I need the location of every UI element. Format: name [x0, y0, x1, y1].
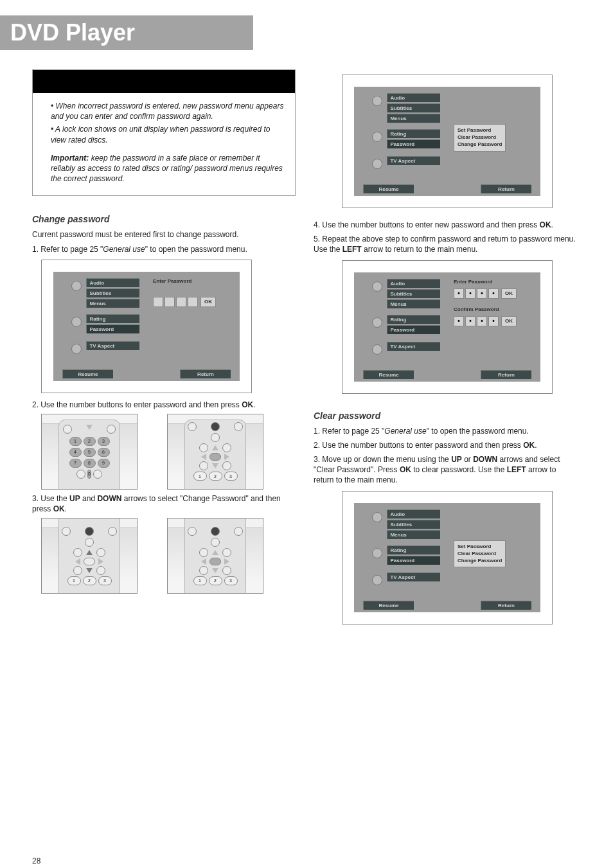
osd-return-btn: Return [180, 369, 231, 378]
language-icon [372, 96, 382, 106]
right-column: Audio Subtitles Menus Rating Password [314, 69, 577, 631]
remote-ok-button [209, 558, 221, 565]
change-password-step3: 3. Use the UP and DOWN arrows to select … [32, 493, 296, 514]
remote-up-arrow [86, 550, 93, 555]
osd-resume-btn: Resume [62, 369, 113, 378]
popup-clear-password: Clear Password [458, 134, 502, 141]
popup-set-password: Set Password [458, 127, 502, 134]
pw-box-filled [454, 316, 464, 326]
remote-arrows-row: 1 2 3 [41, 518, 296, 594]
remote-ok-button [84, 558, 95, 565]
remote-key-2: 2 [84, 437, 96, 446]
page-number: 28 [32, 856, 40, 865]
osd-confirm-password-screenshot: Audio Subtitles Menus Rating Password [342, 260, 553, 394]
osd-password-popup-screenshot: Audio Subtitles Menus Rating Password [342, 75, 553, 208]
pw-box-filled [488, 316, 499, 326]
osd-clear-password-screenshot: Audio Subtitles Menus Rating Password [342, 491, 553, 624]
remote-updown-image: 1 2 3 [41, 518, 138, 594]
clear-password-step3: 3. Move up or down the menu using the UP… [314, 454, 577, 486]
language-icon [372, 512, 382, 522]
pw-box-filled [488, 288, 499, 299]
osd-rating-item: Rating [86, 314, 139, 323]
remote-key-8: 8 [84, 459, 96, 468]
password-options-popup: Set Password Clear Password Change Passw… [454, 124, 506, 152]
lock-icon [372, 548, 382, 558]
remote-key-3: 3 [98, 437, 110, 446]
tv-icon [372, 344, 382, 355]
osd-menus-item: Menus [86, 299, 139, 308]
remote-key-1: 1 [69, 437, 82, 446]
change-password-intro: Current password must be entered first t… [32, 229, 296, 240]
remote-numpad-image: 1 2 3 4 5 6 7 8 9 0 [41, 414, 138, 490]
remote-key-6: 6 [98, 448, 110, 457]
pw-box [164, 297, 175, 307]
chapter-header: DVD Player [0, 15, 253, 50]
pw-box-filled [465, 288, 475, 299]
left-column: • When incorrect password is entered, ne… [32, 69, 296, 631]
remote-key-0: 0 [87, 470, 91, 479]
tv-icon [71, 344, 82, 354]
popup-change-password: Change Password [458, 141, 502, 148]
osd-tvaspect-item: TV Aspect [86, 341, 139, 350]
remote-key-5: 5 [84, 448, 96, 457]
tv-icon [372, 575, 382, 585]
osd-subtitles-item: Subtitles [86, 288, 139, 297]
enter-password-label: Enter Password [454, 279, 517, 285]
important-label: Important: [51, 154, 89, 163]
note-important: Important: keep the password in a safe p… [51, 153, 285, 184]
pw-box [153, 297, 163, 307]
chapter-title: DVD Player [10, 19, 135, 46]
clear-password-step1: 1. Refer to page 25 "General use" to ope… [314, 426, 577, 436]
change-password-step1: 1. Refer to page 25 "General use" to ope… [32, 244, 296, 254]
change-password-heading: Change password [32, 214, 296, 224]
remote-dpad [199, 444, 232, 470]
pw-box [176, 297, 186, 307]
confirm-password-label: Confirm Password [454, 306, 517, 312]
password-options-popup-2: Set Password Clear Password Change Passw… [454, 540, 506, 568]
pw-box-filled [477, 288, 487, 299]
pw-box-filled [454, 288, 464, 299]
pw-box [188, 297, 198, 307]
note-header-bar [33, 70, 295, 93]
tv-icon [372, 159, 382, 169]
remote-numbers-row: 1 2 3 4 5 6 7 8 9 0 [41, 414, 296, 490]
remote-key-7: 7 [69, 459, 82, 468]
change-password-step2: 2. Use the number buttons to enter passw… [32, 400, 296, 410]
osd-audio-item: Audio [86, 278, 139, 287]
pw-box-filled [465, 316, 475, 326]
remote-key-9: 9 [98, 459, 110, 468]
lock-icon [372, 317, 382, 328]
lock-icon [71, 317, 82, 327]
remote-ok-button [209, 453, 221, 461]
note-bullet-2: • A lock icon shows on unit display when… [51, 124, 285, 145]
note-bullet-1: • When incorrect password is entered, ne… [51, 101, 285, 121]
remote-key-4: 4 [69, 448, 82, 457]
osd-password-item: Password [86, 324, 139, 333]
step4: 4. Use the number buttons to enter new p… [314, 220, 577, 230]
clear-password-heading: Clear password [314, 411, 577, 421]
language-icon [71, 281, 82, 291]
lock-icon [372, 132, 382, 142]
step5: 5. Repeat the above step to confirm pass… [314, 234, 577, 254]
language-icon [372, 281, 382, 292]
pw-ok-btn: OK [200, 297, 216, 307]
remote-ok-image: 1 2 3 [167, 414, 263, 490]
clear-password-step2: 2. Use the number buttons to enter passw… [314, 440, 577, 450]
pw-box-filled [477, 316, 487, 326]
remote-ok-image-2: 1 2 3 [167, 518, 263, 594]
remote-down-arrow [86, 568, 93, 573]
note-box: • When incorrect password is entered, ne… [32, 69, 296, 196]
enter-password-label: Enter Password [153, 278, 216, 284]
osd-enter-password-screenshot: Audio Subtitles Menus Rating Password [41, 260, 252, 393]
